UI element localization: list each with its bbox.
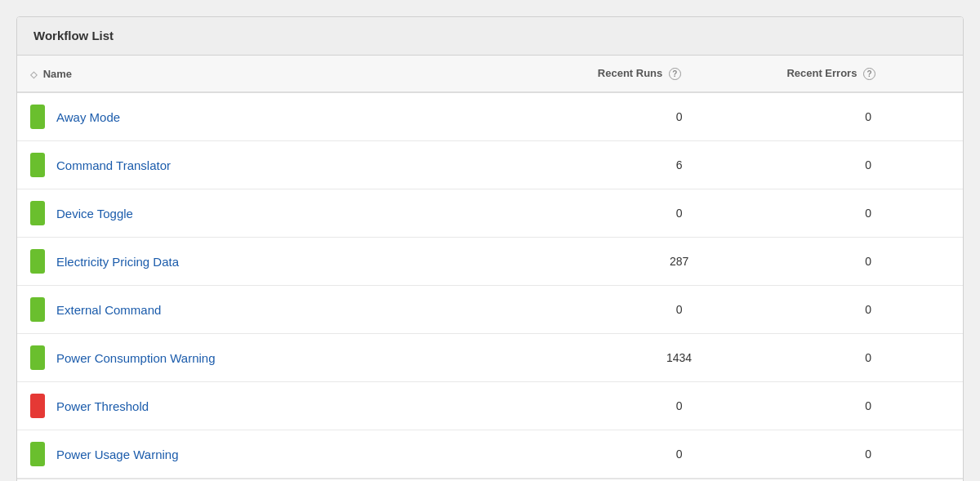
- status-indicator-green: [30, 201, 45, 225]
- table-row: Device Toggle00: [17, 189, 963, 238]
- table-row: Away Mode00: [17, 92, 963, 141]
- workflow-name-link[interactable]: External Command: [56, 303, 161, 317]
- table-cell-name: Power Threshold: [17, 382, 585, 430]
- table-cell-runs: 287: [585, 238, 774, 286]
- table-cell-errors: 0: [773, 141, 963, 189]
- table-cell-name: Away Mode: [17, 92, 585, 141]
- workflow-name-link[interactable]: Power Usage Warning: [56, 448, 179, 461]
- status-indicator-green: [30, 442, 45, 466]
- table-cell-name: Electricity Pricing Data: [17, 238, 585, 286]
- panel-title: Workflow List: [33, 29, 114, 42]
- table-cell-runs: 0: [585, 430, 774, 479]
- workflow-list-panel: Workflow List ◇ Name Recent Runs ? Recen…: [16, 16, 964, 481]
- status-indicator-red: [30, 394, 45, 418]
- table-row: Power Usage Warning00: [17, 430, 963, 479]
- status-indicator-green: [30, 345, 45, 370]
- table-cell-errors: 0: [773, 286, 963, 334]
- table-cell-name: Power Usage Warning: [17, 430, 585, 479]
- status-indicator-green: [30, 297, 45, 322]
- table-row: Electricity Pricing Data2870: [17, 238, 963, 286]
- table-cell-name: Power Consumption Warning: [17, 334, 585, 382]
- panel-header: Workflow List: [17, 17, 963, 56]
- column-header-errors: Recent Errors ?: [773, 56, 963, 92]
- table-cell-name: Device Toggle: [17, 189, 585, 238]
- table-cell-errors: 0: [773, 92, 963, 141]
- workflow-name-link[interactable]: Power Threshold: [56, 399, 149, 413]
- table-cell-name: External Command: [17, 286, 585, 334]
- table-cell-runs: 0: [585, 382, 774, 430]
- runs-help-icon[interactable]: ?: [669, 68, 681, 80]
- table-row: Power Threshold00: [17, 382, 963, 430]
- workflow-name-link[interactable]: Power Consumption Warning: [56, 351, 216, 365]
- status-indicator-green: [30, 105, 45, 129]
- workflow-name-link[interactable]: Electricity Pricing Data: [56, 255, 179, 269]
- table-row: Power Consumption Warning14340: [17, 334, 963, 382]
- column-header-name[interactable]: ◇ Name: [17, 56, 585, 92]
- workflow-name-link[interactable]: Command Translator: [56, 158, 171, 172]
- table-cell-name: Command Translator: [17, 141, 585, 189]
- table-cell-runs: 6: [585, 141, 774, 189]
- table-cell-errors: 0: [773, 430, 963, 479]
- workflow-name-link[interactable]: Away Mode: [56, 110, 120, 124]
- status-indicator-green: [30, 153, 45, 177]
- table-cell-errors: 0: [773, 238, 963, 286]
- table-row: Command Translator60: [17, 141, 963, 189]
- table-cell-runs: 0: [585, 92, 774, 141]
- table-cell-runs: 0: [585, 286, 774, 334]
- workflow-name-link[interactable]: Device Toggle: [56, 207, 133, 220]
- status-indicator-green: [30, 249, 45, 274]
- sort-icon: ◇: [30, 69, 37, 80]
- table-body: Away Mode00Command Translator60Device To…: [17, 92, 963, 479]
- table-cell-errors: 0: [773, 189, 963, 238]
- table-cell-runs: 1434: [585, 334, 774, 382]
- workflow-table: ◇ Name Recent Runs ? Recent Errors ? Awa…: [17, 56, 963, 479]
- errors-help-icon[interactable]: ?: [863, 68, 875, 80]
- table-cell-errors: 0: [773, 334, 963, 382]
- table-row: External Command00: [17, 286, 963, 334]
- column-header-runs: Recent Runs ?: [585, 56, 774, 92]
- table-header-row: ◇ Name Recent Runs ? Recent Errors ?: [17, 56, 963, 92]
- table-cell-runs: 0: [585, 189, 774, 238]
- table-cell-errors: 0: [773, 382, 963, 430]
